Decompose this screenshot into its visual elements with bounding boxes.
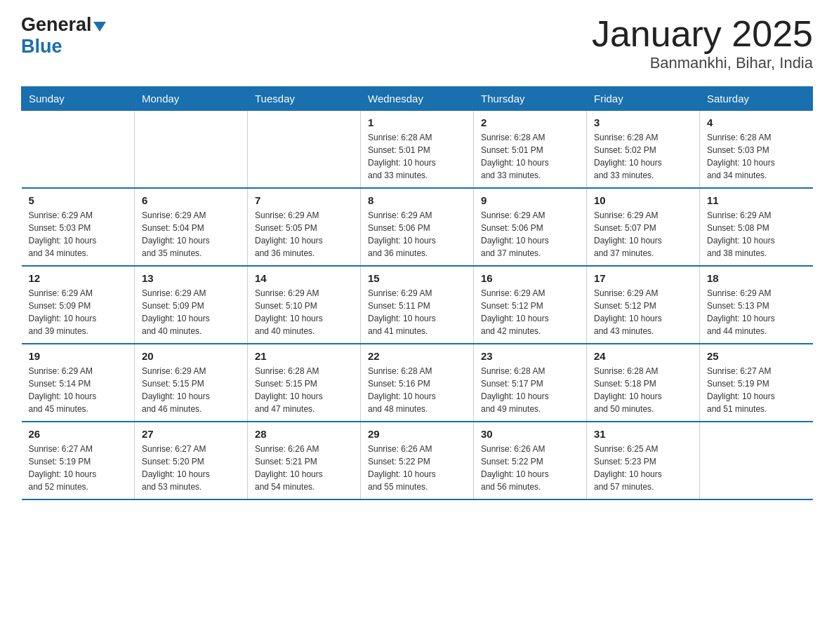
day-number: 22 xyxy=(368,350,466,362)
day-info: Sunrise: 6:28 AM Sunset: 5:02 PM Dayligh… xyxy=(594,131,692,182)
weekday-header-row: SundayMondayTuesdayWednesdayThursdayFrid… xyxy=(22,87,813,111)
day-number: 2 xyxy=(481,116,579,128)
day-info: Sunrise: 6:27 AM Sunset: 5:20 PM Dayligh… xyxy=(142,443,240,493)
weekday-header-tuesday: Tuesday xyxy=(248,87,361,111)
day-info: Sunrise: 6:28 AM Sunset: 5:03 PM Dayligh… xyxy=(707,131,806,182)
calendar-cell: 3Sunrise: 6:28 AM Sunset: 5:02 PM Daylig… xyxy=(587,111,700,189)
calendar-cell: 13Sunrise: 6:29 AM Sunset: 5:09 PM Dayli… xyxy=(135,266,248,344)
location-title: Banmankhi, Bihar, India xyxy=(592,54,813,72)
day-info: Sunrise: 6:29 AM Sunset: 5:08 PM Dayligh… xyxy=(707,209,806,260)
day-number: 28 xyxy=(255,428,353,440)
day-number: 21 xyxy=(255,350,353,362)
day-number: 18 xyxy=(707,272,806,284)
weekday-header-monday: Monday xyxy=(135,87,248,111)
day-info: Sunrise: 6:28 AM Sunset: 5:01 PM Dayligh… xyxy=(481,131,579,182)
day-number: 11 xyxy=(707,194,806,206)
day-number: 31 xyxy=(594,428,692,440)
weekday-header-sunday: Sunday xyxy=(22,87,135,111)
day-info: Sunrise: 6:27 AM Sunset: 5:19 PM Dayligh… xyxy=(29,443,128,493)
calendar-cell: 5Sunrise: 6:29 AM Sunset: 5:03 PM Daylig… xyxy=(22,188,135,266)
day-number: 20 xyxy=(142,350,240,362)
calendar-cell: 23Sunrise: 6:28 AM Sunset: 5:17 PM Dayli… xyxy=(474,344,587,422)
weekday-header-wednesday: Wednesday xyxy=(361,87,474,111)
calendar-cell: 1Sunrise: 6:28 AM Sunset: 5:01 PM Daylig… xyxy=(361,111,474,189)
calendar-cell: 28Sunrise: 6:26 AM Sunset: 5:21 PM Dayli… xyxy=(248,422,361,499)
day-info: Sunrise: 6:25 AM Sunset: 5:23 PM Dayligh… xyxy=(594,443,692,493)
day-number: 30 xyxy=(481,428,579,440)
day-number: 12 xyxy=(29,272,128,284)
day-info: Sunrise: 6:29 AM Sunset: 5:07 PM Dayligh… xyxy=(594,209,692,260)
day-info: Sunrise: 6:29 AM Sunset: 5:04 PM Dayligh… xyxy=(142,209,240,260)
calendar-cell: 6Sunrise: 6:29 AM Sunset: 5:04 PM Daylig… xyxy=(135,188,248,266)
calendar-cell xyxy=(135,111,248,189)
page-header: General Blue January 2025 Banmankhi, Bih… xyxy=(21,14,813,72)
day-number: 29 xyxy=(368,428,466,440)
calendar-cell: 18Sunrise: 6:29 AM Sunset: 5:13 PM Dayli… xyxy=(700,266,813,344)
day-number: 1 xyxy=(368,116,466,128)
logo-line1: General xyxy=(21,14,106,36)
day-info: Sunrise: 6:29 AM Sunset: 5:06 PM Dayligh… xyxy=(481,209,579,260)
week-row-4: 19Sunrise: 6:29 AM Sunset: 5:14 PM Dayli… xyxy=(22,344,813,422)
day-info: Sunrise: 6:29 AM Sunset: 5:05 PM Dayligh… xyxy=(255,209,353,260)
calendar-cell: 7Sunrise: 6:29 AM Sunset: 5:05 PM Daylig… xyxy=(248,188,361,266)
calendar-cell xyxy=(700,422,813,499)
week-row-5: 26Sunrise: 6:27 AM Sunset: 5:19 PM Dayli… xyxy=(22,422,813,499)
calendar-cell xyxy=(22,111,135,189)
day-number: 23 xyxy=(481,350,579,362)
weekday-header-friday: Friday xyxy=(587,87,700,111)
calendar-cell: 17Sunrise: 6:29 AM Sunset: 5:12 PM Dayli… xyxy=(587,266,700,344)
calendar-cell: 25Sunrise: 6:27 AM Sunset: 5:19 PM Dayli… xyxy=(700,344,813,422)
calendar-cell: 21Sunrise: 6:28 AM Sunset: 5:15 PM Dayli… xyxy=(248,344,361,422)
day-info: Sunrise: 6:28 AM Sunset: 5:16 PM Dayligh… xyxy=(368,365,466,415)
day-number: 26 xyxy=(29,428,128,440)
day-number: 27 xyxy=(142,428,240,440)
calendar-cell: 29Sunrise: 6:26 AM Sunset: 5:22 PM Dayli… xyxy=(361,422,474,499)
logo-triangle-icon xyxy=(93,22,106,32)
day-number: 9 xyxy=(481,194,579,206)
day-number: 24 xyxy=(594,350,692,362)
day-number: 14 xyxy=(255,272,353,284)
day-number: 17 xyxy=(594,272,692,284)
day-info: Sunrise: 6:29 AM Sunset: 5:13 PM Dayligh… xyxy=(707,287,806,337)
day-info: Sunrise: 6:28 AM Sunset: 5:18 PM Dayligh… xyxy=(594,365,692,415)
calendar-cell xyxy=(248,111,361,189)
calendar-cell: 22Sunrise: 6:28 AM Sunset: 5:16 PM Dayli… xyxy=(361,344,474,422)
day-info: Sunrise: 6:29 AM Sunset: 5:06 PM Dayligh… xyxy=(368,209,466,260)
day-info: Sunrise: 6:28 AM Sunset: 5:01 PM Dayligh… xyxy=(368,131,466,182)
day-info: Sunrise: 6:28 AM Sunset: 5:17 PM Dayligh… xyxy=(481,365,579,415)
calendar-cell: 31Sunrise: 6:25 AM Sunset: 5:23 PM Dayli… xyxy=(587,422,700,499)
day-number: 5 xyxy=(29,194,128,206)
day-number: 13 xyxy=(142,272,240,284)
day-info: Sunrise: 6:26 AM Sunset: 5:21 PM Dayligh… xyxy=(255,443,353,493)
day-number: 3 xyxy=(594,116,692,128)
month-title: January 2025 xyxy=(592,14,813,54)
day-number: 15 xyxy=(368,272,466,284)
day-number: 25 xyxy=(707,350,806,362)
day-info: Sunrise: 6:29 AM Sunset: 5:09 PM Dayligh… xyxy=(142,287,240,337)
day-info: Sunrise: 6:26 AM Sunset: 5:22 PM Dayligh… xyxy=(481,443,579,493)
calendar-cell: 27Sunrise: 6:27 AM Sunset: 5:20 PM Dayli… xyxy=(135,422,248,499)
weekday-header-saturday: Saturday xyxy=(700,87,813,111)
calendar-cell: 16Sunrise: 6:29 AM Sunset: 5:12 PM Dayli… xyxy=(474,266,587,344)
day-info: Sunrise: 6:28 AM Sunset: 5:15 PM Dayligh… xyxy=(255,365,353,415)
weekday-header-thursday: Thursday xyxy=(474,87,587,111)
logo: General Blue xyxy=(21,14,106,58)
day-info: Sunrise: 6:29 AM Sunset: 5:09 PM Dayligh… xyxy=(29,287,128,337)
day-info: Sunrise: 6:29 AM Sunset: 5:12 PM Dayligh… xyxy=(594,287,692,337)
day-info: Sunrise: 6:29 AM Sunset: 5:11 PM Dayligh… xyxy=(368,287,466,337)
calendar-cell: 12Sunrise: 6:29 AM Sunset: 5:09 PM Dayli… xyxy=(22,266,135,344)
day-info: Sunrise: 6:27 AM Sunset: 5:19 PM Dayligh… xyxy=(707,365,806,415)
day-info: Sunrise: 6:29 AM Sunset: 5:10 PM Dayligh… xyxy=(255,287,353,337)
calendar-cell: 24Sunrise: 6:28 AM Sunset: 5:18 PM Dayli… xyxy=(587,344,700,422)
day-number: 10 xyxy=(594,194,692,206)
day-number: 16 xyxy=(481,272,579,284)
day-info: Sunrise: 6:29 AM Sunset: 5:15 PM Dayligh… xyxy=(142,365,240,415)
calendar-cell: 30Sunrise: 6:26 AM Sunset: 5:22 PM Dayli… xyxy=(474,422,587,499)
week-row-2: 5Sunrise: 6:29 AM Sunset: 5:03 PM Daylig… xyxy=(22,188,813,266)
day-number: 6 xyxy=(142,194,240,206)
logo-line2: Blue xyxy=(21,36,62,58)
calendar-cell: 26Sunrise: 6:27 AM Sunset: 5:19 PM Dayli… xyxy=(22,422,135,499)
day-number: 19 xyxy=(29,350,128,362)
calendar-cell: 4Sunrise: 6:28 AM Sunset: 5:03 PM Daylig… xyxy=(700,111,813,189)
calendar-table: SundayMondayTuesdayWednesdayThursdayFrid… xyxy=(21,86,813,500)
